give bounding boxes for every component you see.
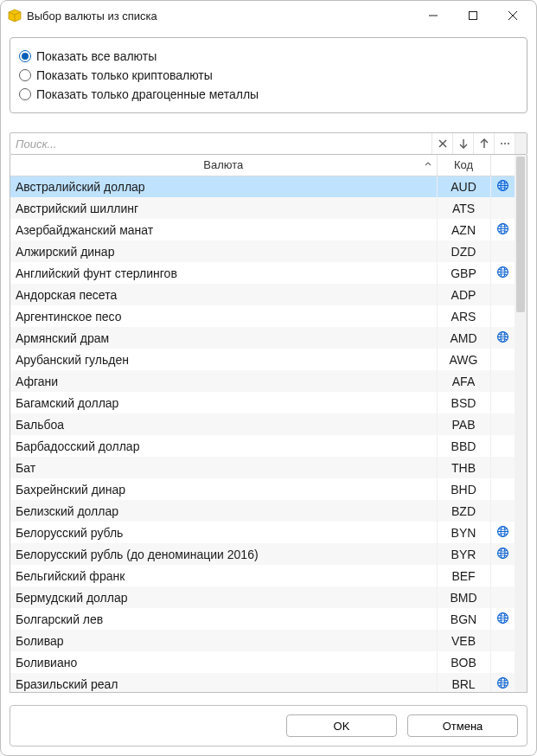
table-row[interactable]: Андорская песетаADP — [10, 284, 515, 305]
currency-globe-cell — [490, 176, 515, 197]
currency-code-cell: AMD — [437, 327, 490, 349]
currency-name-cell: Бальбоа — [10, 413, 437, 435]
currency-name-cell: Австралийский доллар — [10, 176, 437, 197]
globe-icon — [496, 547, 509, 560]
table-row[interactable]: Азербайджанский манатAZN — [10, 219, 515, 240]
table-row[interactable]: Белорусский рубльBYN — [10, 522, 515, 543]
svg-point-9 — [504, 143, 506, 144]
currency-globe-cell — [490, 673, 515, 692]
dialog-footer: OK Отмена — [10, 705, 527, 746]
app-icon — [8, 9, 22, 22]
table-row[interactable]: Австрийский шиллингATS — [10, 197, 515, 219]
currency-name-cell: Боливар — [10, 630, 437, 651]
currency-code-cell: BGN — [437, 608, 490, 630]
currency-name-cell: Английский фунт стерлингов — [10, 262, 437, 284]
sort-indicator-icon — [425, 161, 432, 170]
table-row[interactable]: Австралийский долларAUD — [10, 176, 515, 197]
currency-globe-cell — [490, 522, 515, 543]
clear-search-button[interactable] — [432, 133, 452, 154]
currency-globe-cell — [490, 262, 515, 284]
globe-icon — [496, 676, 509, 689]
table-row[interactable]: Белизский долларBZD — [10, 500, 515, 522]
currency-code-cell: BYR — [437, 543, 490, 565]
currency-name-cell: Афгани — [10, 370, 437, 392]
currency-name-cell: Багамский доллар — [10, 392, 437, 413]
table-row[interactable]: БоливианоBOB — [10, 651, 515, 673]
currency-code-cell: PAB — [437, 413, 490, 435]
currency-name-cell: Андорская песета — [10, 284, 437, 305]
filter-radio[interactable]: Показать все валюты — [19, 47, 518, 66]
currency-globe-cell — [490, 543, 515, 565]
filter-group: Показать все валютыПоказать только крипт… — [10, 37, 527, 113]
currency-name-cell: Бельгийский франк — [10, 565, 437, 586]
minimize-button[interactable] — [413, 3, 453, 29]
table-row[interactable]: БальбоаPAB — [10, 413, 515, 435]
table-row[interactable]: Болгарский левBGN — [10, 608, 515, 630]
more-options-button[interactable] — [494, 133, 515, 154]
column-header-currency[interactable]: Валюта — [10, 155, 437, 176]
vertical-scrollbar[interactable] — [515, 155, 527, 692]
move-down-button[interactable] — [452, 133, 473, 154]
filter-radio[interactable]: Показать только драгоценные металлы — [19, 85, 518, 104]
move-up-button[interactable] — [473, 133, 494, 154]
table-row[interactable]: Бразильский реалBRL — [10, 673, 515, 692]
table-row[interactable]: БатTHB — [10, 457, 515, 478]
search-input[interactable] — [10, 133, 432, 154]
radio-icon — [19, 69, 31, 81]
currency-globe-cell — [490, 370, 515, 392]
currency-globe-cell — [490, 500, 515, 522]
currency-code-cell: BEF — [437, 565, 490, 586]
table-row[interactable]: БоливарVEB — [10, 630, 515, 651]
table-row[interactable]: Английский фунт стерлинговGBP — [10, 262, 515, 284]
table-row[interactable]: Армянский драмAMD — [10, 327, 515, 349]
currency-name-cell: Армянский драм — [10, 327, 437, 349]
globe-icon — [496, 330, 509, 343]
filter-radio-label: Показать только криптовалюты — [36, 68, 213, 82]
currency-globe-cell — [490, 305, 515, 327]
globe-icon — [496, 266, 509, 279]
currency-globe-cell — [490, 586, 515, 608]
cancel-button[interactable]: Отмена — [407, 714, 518, 737]
currency-name-cell: Белизский доллар — [10, 500, 437, 522]
table-row[interactable]: АфганиAFA — [10, 370, 515, 392]
table-row[interactable]: Белорусский рубль (до деноминации 2016)B… — [10, 543, 515, 565]
column-header-code[interactable]: Код — [437, 155, 490, 176]
currency-code-cell: AFA — [437, 370, 490, 392]
currency-code-cell: BHD — [437, 478, 490, 500]
currency-name-cell: Арубанский гульден — [10, 349, 437, 370]
currency-globe-cell — [490, 219, 515, 240]
currency-name-cell: Бермудский доллар — [10, 586, 437, 608]
table-row[interactable]: Аргентинское песоARS — [10, 305, 515, 327]
table-row[interactable]: Арубанский гульденAWG — [10, 349, 515, 370]
scrollbar-header-spacer — [515, 133, 527, 154]
window-title: Выбор валюты из списка — [27, 10, 413, 22]
currency-name-cell: Барбадосский доллар — [10, 435, 437, 457]
currency-code-cell: DZD — [437, 240, 490, 262]
table-row[interactable]: Барбадосский долларBBD — [10, 435, 515, 457]
currency-code-cell: VEB — [437, 630, 490, 651]
table-row[interactable]: Бермудский долларBMD — [10, 586, 515, 608]
currency-globe-cell — [490, 630, 515, 651]
globe-icon — [496, 612, 509, 625]
close-button[interactable] — [493, 3, 533, 29]
ok-button[interactable]: OK — [286, 714, 397, 737]
filter-radio-label: Показать все валюты — [36, 49, 157, 63]
scrollbar-thumb[interactable] — [516, 157, 525, 312]
table-row[interactable]: Алжирский динарDZD — [10, 240, 515, 262]
filter-radio[interactable]: Показать только криптовалюты — [19, 66, 518, 85]
globe-icon — [496, 222, 509, 235]
maximize-button[interactable] — [453, 3, 493, 29]
column-header-globe[interactable] — [490, 155, 515, 176]
currency-name-cell: Белорусский рубль — [10, 522, 437, 543]
currency-code-cell: BOB — [437, 651, 490, 673]
svg-point-8 — [501, 143, 502, 144]
currency-globe-cell — [490, 284, 515, 305]
currency-name-cell: Бразильский реал — [10, 673, 437, 692]
currency-globe-cell — [490, 240, 515, 262]
table-row[interactable]: Бахрейнский динарBHD — [10, 478, 515, 500]
table-row[interactable]: Багамский долларBSD — [10, 392, 515, 413]
table-row[interactable]: Бельгийский франкBEF — [10, 565, 515, 586]
currency-code-cell: AUD — [437, 176, 490, 197]
currency-table: Валюта Код Австралийский долларAUDАвс — [10, 155, 515, 692]
currency-code-cell: AZN — [437, 219, 490, 240]
